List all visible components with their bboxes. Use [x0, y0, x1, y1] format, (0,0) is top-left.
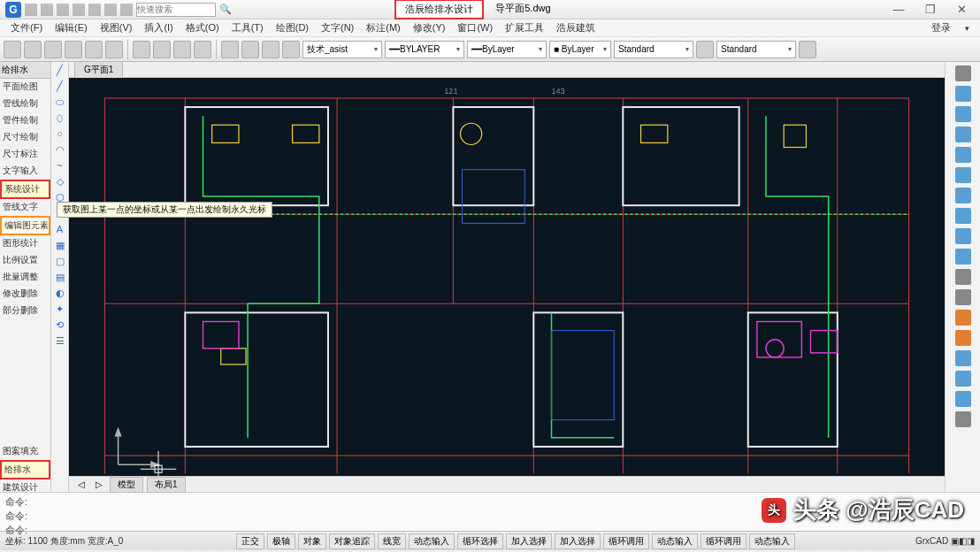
- maximize-button[interactable]: ❐: [918, 3, 943, 16]
- tool-b-button[interactable]: [799, 41, 816, 58]
- menu-ext[interactable]: 扩展工具: [500, 19, 549, 36]
- more-tool-icon[interactable]: ☰: [54, 334, 66, 347]
- tool-a-button[interactable]: [696, 41, 714, 58]
- menu-format[interactable]: 格式(O): [180, 19, 225, 36]
- arc-tool-icon[interactable]: ⬯: [54, 111, 66, 124]
- mode-toggle[interactable]: 对象追踪: [329, 533, 375, 549]
- mirror-tool-icon[interactable]: [955, 126, 971, 142]
- copy-tool-icon[interactable]: [955, 106, 971, 122]
- copy-button[interactable]: [85, 41, 103, 58]
- block-tool-icon[interactable]: ◐: [54, 287, 66, 299]
- trim-tool-icon[interactable]: [955, 269, 971, 285]
- panel-item[interactable]: 管线绘制: [0, 96, 50, 112]
- panel-item[interactable]: 修改删除: [0, 286, 50, 303]
- undo-button[interactable]: [133, 41, 150, 58]
- offset-tool-icon[interactable]: [955, 147, 971, 163]
- move-tool-icon[interactable]: [955, 188, 971, 203]
- menu-tools[interactable]: 工具(T): [226, 19, 269, 36]
- doc-tab-active[interactable]: 浩辰给排水设计: [394, 0, 484, 19]
- mode-toggle[interactable]: 循环选择: [457, 533, 503, 549]
- save-icon[interactable]: [57, 4, 69, 16]
- layout-next-icon[interactable]: ▷: [92, 479, 106, 490]
- drawing-canvas[interactable]: 121 143: [69, 78, 945, 476]
- menu-arch[interactable]: 浩辰建筑: [551, 19, 601, 36]
- modify-tool-icon[interactable]: [955, 65, 971, 81]
- panel-item[interactable]: 管线文字: [0, 199, 50, 216]
- qat-search-input[interactable]: [136, 3, 216, 17]
- panel-item[interactable]: 比例设置: [0, 252, 50, 269]
- saveas-icon[interactable]: [73, 4, 85, 16]
- layer-lock-button[interactable]: [282, 41, 300, 58]
- mode-toggle[interactable]: 对象: [298, 533, 326, 549]
- lineweight-select[interactable]: ━━ByLayer: [467, 41, 547, 58]
- scale-tool-icon[interactable]: [955, 228, 971, 244]
- circle-tool-icon[interactable]: ○: [54, 127, 66, 140]
- fillet-tool-icon[interactable]: [955, 371, 971, 387]
- menu-draw[interactable]: 绘图(D): [271, 19, 314, 36]
- layout-prev-icon[interactable]: ◁: [74, 479, 88, 490]
- mode-toggle[interactable]: 动态输入: [409, 533, 455, 549]
- panel-item[interactable]: 尺寸标注: [0, 146, 50, 163]
- panel-tab-arch[interactable]: 建筑设计: [0, 479, 50, 492]
- mode-toggle[interactable]: 循环调用: [603, 533, 649, 549]
- panel-item[interactable]: 图案填充: [0, 443, 50, 460]
- linetype-select[interactable]: ━━BYLAYER: [385, 41, 464, 58]
- mode-toggle[interactable]: 循环调用: [701, 533, 746, 549]
- panel-tab-plumbing[interactable]: 给排水: [0, 460, 50, 479]
- redo-icon[interactable]: [120, 4, 133, 16]
- spline-tool-icon[interactable]: ~: [54, 159, 66, 172]
- rect-tool-icon[interactable]: ◇: [54, 175, 66, 188]
- revcloud-tool-icon[interactable]: ⟲: [54, 318, 66, 331]
- mode-toggle[interactable]: 线宽: [378, 533, 406, 549]
- panel-item-selected[interactable]: 系统设计: [0, 180, 50, 199]
- redo-button[interactable]: [153, 41, 171, 58]
- erase-tool-icon[interactable]: [955, 86, 971, 102]
- app-logo[interactable]: G: [5, 2, 21, 18]
- menu-modify[interactable]: 修改(Y): [408, 19, 451, 36]
- color-select[interactable]: ■ ByLayer: [549, 41, 611, 58]
- ellipse-tool-icon[interactable]: ⬭: [54, 96, 66, 108]
- stretch-tool-icon[interactable]: [955, 249, 971, 264]
- panel-item[interactable]: 图形统计: [0, 235, 50, 252]
- region-tool-icon[interactable]: ▢: [54, 255, 66, 267]
- arc2-tool-icon[interactable]: ◠: [54, 143, 66, 156]
- new-icon[interactable]: [25, 4, 37, 16]
- explode-tool-icon[interactable]: [955, 391, 971, 407]
- layout1-tab[interactable]: 布局1: [147, 477, 186, 493]
- panel-item-active-tool[interactable]: 编辑图元素: [0, 216, 50, 235]
- model-tab[interactable]: 模型: [110, 477, 143, 493]
- layer-manage-button[interactable]: [221, 41, 239, 58]
- polyline-tool-icon[interactable]: ╱: [54, 80, 66, 92]
- layer-off-button[interactable]: [241, 41, 259, 58]
- mode-toggle[interactable]: 动态输入: [652, 533, 698, 549]
- print-icon[interactable]: [88, 4, 101, 16]
- dimstyle-select[interactable]: Standard: [614, 41, 693, 58]
- insert-tool-icon[interactable]: ✦: [54, 303, 66, 315]
- panel-item[interactable]: 批量调整: [0, 269, 50, 286]
- layer-freeze-button[interactable]: [262, 41, 279, 58]
- mode-toggle[interactable]: 动态输入: [749, 533, 795, 549]
- panel-item[interactable]: 尺寸绘制: [0, 129, 50, 146]
- menu-dim[interactable]: 标注(M): [361, 19, 406, 36]
- open-button[interactable]: [24, 41, 42, 58]
- menu-view[interactable]: 视图(V): [95, 19, 138, 36]
- mode-toggle[interactable]: 加入选择: [506, 533, 552, 549]
- chevron-down-icon[interactable]: ▾: [960, 22, 975, 34]
- cut-button[interactable]: [65, 41, 82, 58]
- array-tool-icon[interactable]: [955, 167, 971, 183]
- break-tool-icon[interactable]: [955, 310, 971, 326]
- mode-toggle[interactable]: 加入选择: [555, 533, 601, 549]
- doc-tab-other[interactable]: 导平面5.dwg: [486, 0, 560, 19]
- menu-text[interactable]: 文字(N): [316, 19, 359, 36]
- extend-tool-icon[interactable]: [955, 289, 971, 305]
- join-tool-icon[interactable]: [955, 330, 971, 346]
- hatch-tool-icon[interactable]: ▦: [54, 239, 66, 251]
- zoom-button[interactable]: [194, 41, 211, 58]
- text-tool-icon[interactable]: A: [54, 223, 66, 235]
- login-link[interactable]: 登录: [926, 19, 956, 36]
- line-tool-icon[interactable]: ╱: [54, 64, 66, 76]
- mode-toggle[interactable]: 正交: [236, 533, 264, 549]
- textstyle-select[interactable]: Standard: [716, 41, 796, 58]
- panel-item[interactable]: 平面绘图: [0, 79, 50, 96]
- pan-button[interactable]: [173, 41, 191, 58]
